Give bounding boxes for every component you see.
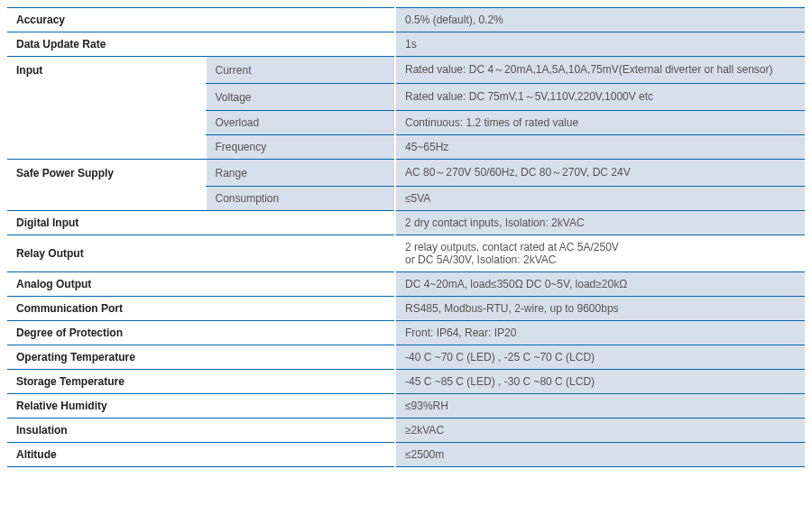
row-degree-protection: Degree of Protection Front: IP64, Rear: … [7,321,805,345]
operating-temp-value: -40 C ~70 C (LED) , -25 C ~70 C (LCD) [395,345,805,370]
relative-humidity-label: Relative Humidity [7,394,395,418]
safe-power-range-value: AC 80～270V 50/60Hz, DC 80～270V, DC 24V [395,160,805,187]
degree-protection-label: Degree of Protection [7,321,395,345]
input-frequency-value: 45~65Hz [395,135,805,160]
comm-port-label: Communication Port [7,297,395,321]
input-frequency-label: Frequency [206,135,395,160]
spec-table: Accuracy 0.5% (default), 0.2% Data Updat… [7,7,805,467]
relay-output-value: 2 relay outputs, contact rated at AC 5A/… [395,235,805,272]
row-insulation: Insulation ≥2kVAC [7,418,805,443]
input-voltage-value: Rated value: DC 75mV,1～5V,110V,220V,1000… [395,84,805,111]
input-overload-label: Overload [206,111,395,135]
data-update-label: Data Update Rate [7,32,395,57]
row-accuracy: Accuracy 0.5% (default), 0.2% [7,8,805,32]
row-relay-output: Relay Output 2 relay outputs, contact ra… [7,235,805,272]
row-data-update: Data Update Rate 1s [7,32,805,57]
digital-input-label: Digital Input [7,211,395,235]
row-digital-input: Digital Input 2 dry contact inputs, Isol… [7,211,805,235]
relative-humidity-value: ≤93%RH [395,394,805,418]
accuracy-value: 0.5% (default), 0.2% [395,8,805,32]
input-voltage-label: Voltage [206,84,395,111]
row-input-frequency: Frequency 45~65Hz [7,135,805,160]
storage-temp-value: -45 C ~85 C (LED) , -30 C ~80 C (LCD) [395,370,805,394]
row-input-voltage: Voltage Rated value: DC 75mV,1～5V,110V,2… [7,84,805,111]
altitude-label: Altitude [7,443,395,467]
digital-input-value: 2 dry contact inputs, Isolation: 2kVAC [395,211,805,235]
relay-output-line1: 2 relay outputs, contact rated at AC 5A/… [405,241,796,253]
insulation-label: Insulation [7,418,395,443]
safe-power-label: Safe Power Supply [7,160,206,187]
relay-output-line2: or DC 5A/30V, Isolation: 2kVAC [405,253,796,266]
row-altitude: Altitude ≤2500m [7,443,805,467]
degree-protection-value: Front: IP64, Rear: IP20 [395,321,805,345]
row-safe-power-consumption: Consumption ≤5VA [7,187,805,211]
safe-power-consumption-label: Consumption [206,187,395,211]
row-operating-temp: Operating Temperature -40 C ~70 C (LED) … [7,345,805,370]
safe-power-consumption-value: ≤5VA [395,187,805,211]
comm-port-value: RS485, Modbus-RTU, 2-wire, up to 9600bps [395,297,805,321]
storage-temp-label: Storage Temperature [7,370,395,394]
row-relative-humidity: Relative Humidity ≤93%RH [7,394,805,418]
accuracy-label: Accuracy [7,8,395,32]
row-input-overload: Overload Continuous: 1.2 times of rated … [7,111,805,135]
safe-power-range-label: Range [206,160,395,187]
row-analog-output: Analog Output DC 4~20mA, load≤350Ω DC 0~… [7,272,805,297]
input-label: Input [7,57,206,84]
row-comm-port: Communication Port RS485, Modbus-RTU, 2-… [7,297,805,321]
altitude-value: ≤2500m [395,443,805,467]
analog-output-label: Analog Output [7,272,395,297]
analog-output-value: DC 4~20mA, load≤350Ω DC 0~5V, load≥20kΩ [395,272,805,297]
input-current-value: Rated value: DC 4～20mA,1A,5A,10A,75mV(Ex… [395,57,805,84]
row-storage-temp: Storage Temperature -45 C ~85 C (LED) , … [7,370,805,394]
operating-temp-label: Operating Temperature [7,345,395,370]
row-input-current: Input Current Rated value: DC 4～20mA,1A,… [7,57,805,84]
input-overload-value: Continuous: 1.2 times of rated value [395,111,805,135]
input-current-label: Current [206,57,395,84]
relay-output-label: Relay Output [7,235,395,272]
data-update-value: 1s [395,32,805,57]
insulation-value: ≥2kVAC [395,418,805,443]
row-safe-power-range: Safe Power Supply Range AC 80～270V 50/60… [7,160,805,187]
